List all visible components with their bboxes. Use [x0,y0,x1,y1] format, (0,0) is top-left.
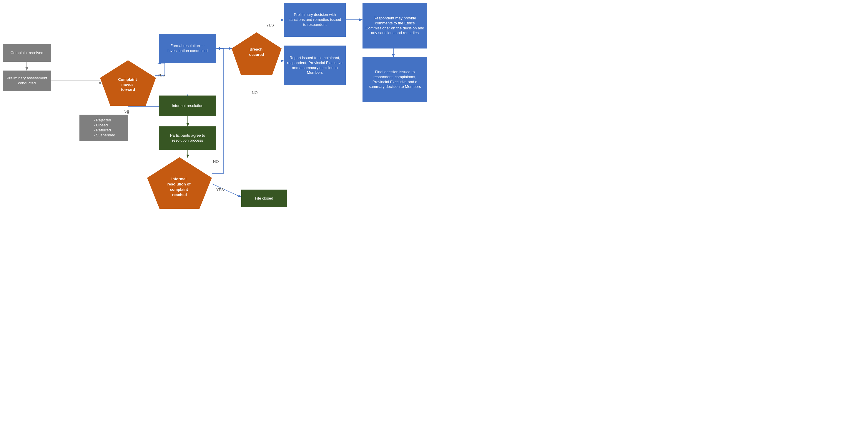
participants-agree-label: Participants agree to resolution process [162,133,213,143]
preliminary-decision-label: Preliminary decision with sanctions and … [287,12,343,27]
formal-resolution-label: Formal resolution --- Investigation cond… [162,43,213,54]
file-closed-label: File closed [255,196,273,201]
informal-resolution-pentagon: Informal resolution of complaint reached [147,157,212,212]
rejected-list-label: - Rejected - Closed - Referred - Suspend… [94,118,115,138]
rejected-list-box: - Rejected - Closed - Referred - Suspend… [80,115,128,141]
preliminary-assessment-label: Preliminary assessment conducted [6,76,48,86]
label-no1: NO [124,109,129,114]
respondent-comments-label: Respondent may provide comments to the E… [366,16,424,36]
final-decision-box: Final decision issued to respondent, com… [363,57,427,102]
preliminary-decision-box: Preliminary decision with sanctions and … [284,3,346,37]
respondent-comments-box: Respondent may provide comments to the E… [363,3,427,48]
label-no2: NO [252,91,258,95]
participants-agree-box: Participants agree to resolution process [159,126,216,150]
flowchart: Complaint received Preliminary assessmen… [0,0,434,220]
report-issued-label: Report issued to complainant, respondent… [287,56,343,75]
complaint-received-label: Complaint received [10,50,43,56]
label-yes1: YES [157,73,165,77]
formal-resolution-box: Formal resolution --- Investigation cond… [159,34,216,63]
label-yes3: YES [216,188,224,192]
informal-resolution-label: Informal resolution [172,103,203,108]
complaint-forward-pentagon: Complaint moves forward [100,60,156,109]
preliminary-assessment-box: Preliminary assessment conducted [3,71,51,91]
final-decision-label: Final decision issued to respondent, com… [366,70,424,90]
complaint-received-box: Complaint received [3,44,51,62]
label-no3: NO [213,159,219,164]
file-closed-box: File closed [241,190,287,207]
informal-resolution-box: Informal resolution [159,96,216,116]
report-issued-box: Report issued to complainant, respondent… [284,45,346,85]
breach-occurred-pentagon: Breach occured [231,32,282,78]
label-yes2: YES [266,23,274,27]
